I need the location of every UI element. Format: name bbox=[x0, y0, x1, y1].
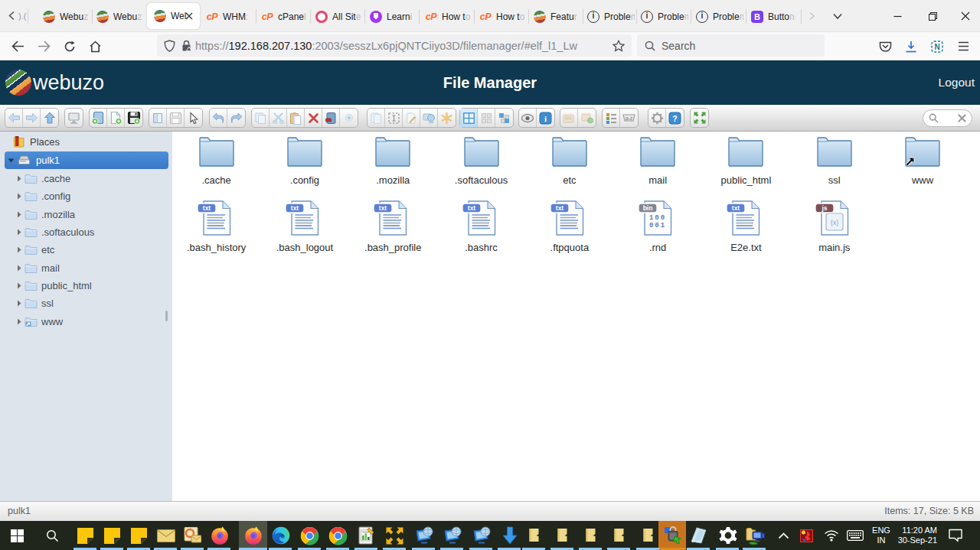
svg-text:txt: txt bbox=[556, 204, 564, 212]
svg-text:txt: txt bbox=[732, 204, 740, 212]
svg-text:?: ? bbox=[672, 113, 677, 122]
svg-text:001: 001 bbox=[649, 222, 666, 229]
svg-text:i: i bbox=[544, 114, 547, 123]
svg-text:txt: txt bbox=[202, 204, 211, 212]
svg-text:txt: txt bbox=[379, 204, 387, 212]
svg-text:bin: bin bbox=[643, 204, 653, 212]
svg-text:a-z: a-z bbox=[626, 116, 633, 121]
svg-text:N: N bbox=[934, 43, 939, 51]
svg-text:js: js bbox=[821, 204, 827, 212]
svg-text:txt: txt bbox=[467, 204, 475, 212]
svg-text:txt: txt bbox=[291, 204, 299, 212]
svg-text:{x}: {x} bbox=[830, 219, 838, 226]
svg-text:100: 100 bbox=[649, 214, 666, 222]
